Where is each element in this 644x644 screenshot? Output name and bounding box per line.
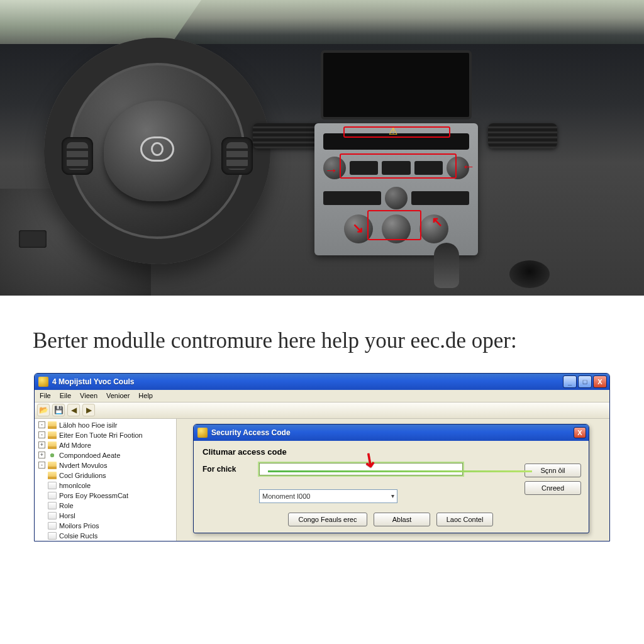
folder-icon (48, 441, 57, 449)
infotainment-screen (321, 50, 472, 119)
config-button[interactable]: Congo Feauls erec (288, 513, 367, 526)
vehicle-interior-photo: ⚠ → ↘ ← ↖ (0, 0, 644, 296)
menu-item[interactable]: Eile (60, 392, 71, 399)
gear-shifter (434, 243, 459, 288)
annotation-box (340, 153, 457, 179)
tree-node[interactable]: +Compondoed Aeate (35, 450, 176, 460)
steering-wheel (44, 38, 270, 264)
page-icon (48, 492, 57, 499)
page-icon (48, 522, 57, 530)
diagnostic-app-window: 4 Mopijstul Yvoc Couls _ □ X File Eile V… (34, 373, 610, 541)
folder-icon (48, 421, 57, 429)
tree-label: hmonlcole (59, 482, 91, 489)
tree-node[interactable]: Cocl Gridulions (35, 470, 176, 480)
tree-node[interactable]: Colsie Rucls (35, 531, 176, 541)
toolbar-forward-icon[interactable]: ▶ (82, 404, 95, 416)
tree-label: Pors Eoy PkoessmCat (59, 492, 128, 499)
gear-icon (48, 452, 57, 459)
toolbar-save-icon[interactable]: 💾 (52, 404, 65, 416)
menu-bar: File Eile Vieen Venioer Help (35, 390, 609, 402)
tree-label: Läloh hoo Fioe isilr (59, 421, 117, 429)
dialog-heading: Clitumar access code (203, 447, 580, 457)
shield-icon (197, 428, 208, 438)
toolbar-open-icon[interactable]: 📂 (37, 404, 50, 416)
folder-icon (48, 462, 57, 469)
tree-label: Eiter Eon Tuote Rri Footion (59, 431, 143, 439)
menu-item[interactable]: Vieen (80, 392, 97, 399)
page-icon (48, 482, 57, 489)
menu-item[interactable]: Venioer (106, 392, 130, 399)
tree-label: Role (59, 502, 74, 509)
chevron-down-icon: ▾ (391, 492, 394, 499)
select-value: Monoment I000 (262, 492, 310, 500)
tree-node[interactable]: Pors Eoy PkoessmCat (35, 491, 176, 501)
expand-icon[interactable]: - (38, 431, 45, 438)
annotation-arrow-icon: → (325, 162, 338, 179)
tree-node[interactable]: -Nvdert Movulos (35, 460, 176, 470)
toolbar: 📂 💾 ◀ ▶ (35, 402, 609, 419)
expand-icon[interactable]: - (38, 421, 45, 428)
annotation-arrow-icon: ← (462, 158, 475, 175)
tree-label: Compondoed Aeate (59, 452, 120, 459)
dialog-close-button[interactable]: X (574, 427, 586, 438)
page-icon (48, 502, 57, 509)
local-control-button[interactable]: Laoc Contel (436, 513, 493, 526)
annotation-box (343, 126, 450, 138)
tree-label: Colsie Rucls (59, 532, 97, 540)
menu-item[interactable]: Help (138, 392, 153, 399)
menu-item[interactable]: File (40, 392, 51, 399)
annotation-arrow-icon: ↖ (431, 214, 443, 230)
tree-label: Moilors Prios (59, 522, 99, 530)
window-titlebar[interactable]: 4 Mopijstul Yvoc Couls _ □ X (35, 374, 609, 390)
article-caption: Berter modulle contromure here help your… (0, 296, 644, 368)
content-pane: Security Access Code X Clitumar access c… (177, 419, 609, 541)
tree-node[interactable]: -Eiter Eon Tuote Rri Footion (35, 430, 176, 440)
folder-icon (48, 431, 57, 439)
air-vent (488, 123, 557, 148)
tree-node[interactable]: Horsl (35, 511, 176, 521)
maximize-button[interactable]: □ (578, 375, 592, 388)
expand-icon[interactable]: + (38, 441, 45, 448)
security-access-dialog: Security Access Code X Clitumar access c… (193, 424, 589, 533)
cupholder (509, 260, 550, 288)
door-control (19, 230, 47, 248)
tree-label: Nvdert Movulos (59, 462, 107, 469)
tree-node[interactable]: hmonlcole (35, 480, 176, 491)
manufacturer-logo-icon (140, 136, 174, 162)
app-icon (38, 377, 48, 387)
tree-label: Horsl (59, 512, 75, 519)
module-tree[interactable]: -Läloh hoo Fioe isilr-Eiter Eon Tuote Rr… (35, 419, 177, 541)
input-highlight (268, 470, 532, 472)
submit-button[interactable]: Sçnn ôil (525, 464, 581, 477)
toolbar-back-icon[interactable]: ◀ (67, 404, 80, 416)
tree-node[interactable]: Role (35, 501, 176, 511)
tree-label: Cocl Gridulions (59, 472, 106, 479)
minimize-button[interactable]: _ (563, 375, 577, 388)
expand-icon[interactable]: + (38, 452, 45, 458)
code-field-label: For chick (203, 465, 253, 474)
page-icon (48, 532, 57, 540)
air-vent (253, 123, 322, 148)
tree-label: Afd Mdore (59, 441, 91, 449)
folder-icon (48, 472, 57, 479)
expand-icon[interactable]: - (38, 462, 45, 469)
dialog-titlebar[interactable]: Security Access Code X (194, 425, 589, 441)
close-button[interactable]: X (593, 375, 607, 388)
module-select[interactable]: Monoment I000 ▾ (259, 489, 397, 503)
tree-node[interactable]: +Afd Mdore (35, 440, 176, 450)
window-title: 4 Mopijstul Yvoc Couls (52, 377, 559, 386)
annotation-arrow-icon: ↘ (352, 220, 364, 236)
cancel-button[interactable]: Cnreed (525, 481, 581, 495)
steering-controls-left (62, 137, 93, 175)
abort-button[interactable]: Ablast (374, 513, 430, 526)
tree-node[interactable]: Moilors Prios (35, 521, 176, 531)
steering-controls-right (221, 137, 253, 175)
dialog-title: Security Access Code (211, 428, 570, 437)
tree-node[interactable]: -Läloh hoo Fioe isilr (35, 420, 176, 430)
annotation-box (367, 210, 421, 240)
page-icon (48, 512, 57, 519)
